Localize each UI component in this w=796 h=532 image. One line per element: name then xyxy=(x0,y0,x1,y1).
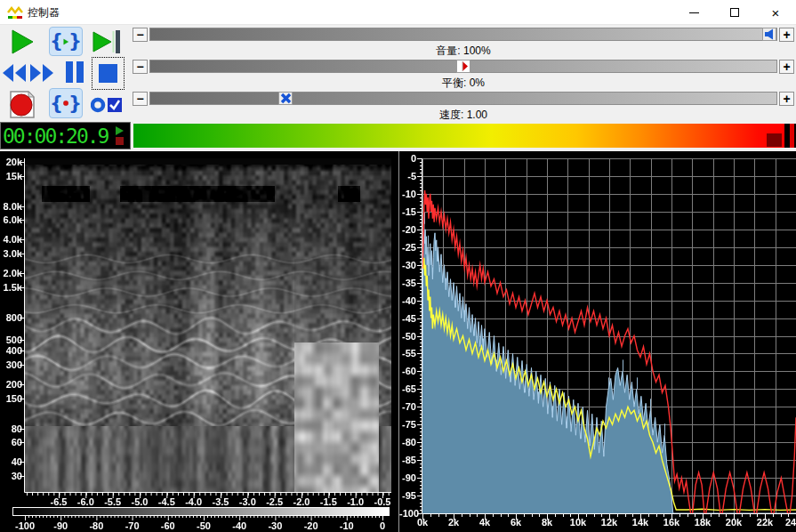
khz-tick-label: 18k xyxy=(688,517,717,528)
time-tick-label: -2.5 xyxy=(261,496,289,507)
freq-tick-label: 60 xyxy=(0,437,22,447)
play-selection-button[interactable]: { } xyxy=(49,27,83,56)
db-tick-label: -55 xyxy=(399,348,416,359)
freq-tick-label: 30 xyxy=(0,471,22,481)
slider-panel: − + 音量: 100% − + 平衡: 0% xyxy=(131,25,796,120)
time-tick-label: -6.0 xyxy=(71,496,100,507)
balance-slider-thumb[interactable] xyxy=(456,60,470,73)
colorbar-tick-label: -100 xyxy=(9,520,41,531)
spectrogram-canvas xyxy=(0,151,398,532)
volume-decrease-button[interactable]: − xyxy=(133,28,148,42)
maximize-button[interactable] xyxy=(714,0,755,25)
minimize-icon xyxy=(689,12,699,13)
db-tick-label: -35 xyxy=(399,278,416,288)
time-tick-label: -6.5 xyxy=(44,496,73,507)
khz-tick-label: 4k xyxy=(470,517,499,528)
freq-tick-label: 4.0k xyxy=(0,234,22,245)
volume-increase-button[interactable]: + xyxy=(779,28,794,42)
spectrogram-panel: 20k15k8.0k6.0k4.0k3.0k2.0k1.5k8005004003… xyxy=(0,151,398,532)
control-panel: { } xyxy=(0,25,796,120)
minimize-button[interactable] xyxy=(673,0,714,25)
freq-tick-label: 500 xyxy=(0,335,22,345)
balance-increase-button[interactable]: + xyxy=(779,60,794,74)
db-tick-label: -50 xyxy=(399,331,416,342)
level-meter-peak-marker xyxy=(767,133,782,147)
speed-slider-track[interactable] xyxy=(149,92,777,105)
freq-tick-label: 3.0k xyxy=(0,248,22,259)
speed-slider-thumb[interactable] xyxy=(278,92,293,105)
play-button[interactable] xyxy=(8,28,36,55)
record-selection-button[interactable]: { } xyxy=(49,88,83,118)
freq-tick-label: 2.0k xyxy=(0,268,22,278)
stop-button[interactable] xyxy=(92,57,125,90)
freq-tick-label: 800 xyxy=(0,312,22,323)
stop-icon xyxy=(99,64,117,83)
transport-buttons: { } xyxy=(0,25,131,120)
db-tick-label: -60 xyxy=(399,366,416,376)
colorbar-tick-label: -20 xyxy=(295,520,327,531)
colorbar-tick-label: -30 xyxy=(259,520,291,531)
time-tick-label: -3.5 xyxy=(206,496,235,507)
khz-tick-label: 8k xyxy=(533,517,561,528)
fast-forward-button[interactable] xyxy=(28,62,57,84)
freq-tick-label: 40 xyxy=(0,456,22,467)
time-tick-label: -0.5 xyxy=(368,496,397,507)
db-tick-label: -65 xyxy=(399,383,416,394)
db-tick-label: -15 xyxy=(399,206,416,217)
record-options-button[interactable] xyxy=(90,95,124,115)
play-icon xyxy=(9,28,36,55)
spectrum-panel: 0-5-10-15-20-25-30-35-40-45-50-55-60-65-… xyxy=(398,151,796,532)
db-tick-label: -80 xyxy=(399,437,416,447)
window-title: 控制器 xyxy=(28,0,60,25)
speed-slider-row: − + 速度: 1.00 xyxy=(131,92,796,124)
freq-tick-label: 300 xyxy=(0,359,22,370)
time-tick-label: -5.0 xyxy=(125,496,154,507)
rewind-button[interactable] xyxy=(1,62,29,84)
record-button[interactable] xyxy=(7,90,36,118)
db-tick-label: -30 xyxy=(399,260,416,270)
db-tick-label: -95 xyxy=(399,490,416,501)
freq-tick-label: 400 xyxy=(0,345,22,356)
khz-tick-label: 10k xyxy=(564,517,592,528)
time-tick-label: -2.0 xyxy=(287,496,316,507)
level-meter-end-marker xyxy=(790,124,794,148)
x-marker-icon xyxy=(280,93,292,104)
db-tick-label: -90 xyxy=(399,472,416,483)
db-tick-label: 0 xyxy=(399,153,416,164)
khz-tick-label: 24 xyxy=(782,517,796,528)
time-tick-label: -1.0 xyxy=(342,496,370,507)
colorbar-tick-label: -80 xyxy=(80,520,112,531)
play-to-end-button[interactable] xyxy=(90,28,124,55)
app-waveform-icon xyxy=(7,5,23,20)
balance-slider-track[interactable] xyxy=(149,60,777,73)
volume-slider-row: − + 音量: 100% xyxy=(131,28,796,60)
volume-label: 音量: 100% xyxy=(131,44,796,59)
freq-tick-label: 6.0k xyxy=(0,214,22,225)
pause-icon xyxy=(63,60,86,85)
play-to-end-icon xyxy=(91,28,123,55)
speed-decrease-button[interactable]: − xyxy=(133,92,148,106)
time-tick-label: -4.0 xyxy=(180,496,208,507)
time-tick-label: -3.0 xyxy=(233,496,261,507)
freq-tick-label: 1.5k xyxy=(0,282,22,293)
db-tick-label: -40 xyxy=(399,295,416,306)
pause-button[interactable] xyxy=(62,59,87,85)
record-icon xyxy=(8,91,36,118)
volume-slider-thumb[interactable] xyxy=(762,28,776,41)
db-tick-label: -25 xyxy=(399,242,416,253)
db-tick-label: -5 xyxy=(399,171,416,181)
close-button[interactable]: × xyxy=(755,0,796,25)
record-state-icon xyxy=(116,137,124,145)
speed-increase-button[interactable]: + xyxy=(779,92,794,106)
db-tick-label: -45 xyxy=(399,313,416,324)
balance-decrease-button[interactable]: − xyxy=(133,60,148,74)
colorbar-tick-label: -60 xyxy=(152,520,184,531)
time-value: 00:00:20.9 xyxy=(3,125,108,148)
freq-tick-label: 15k xyxy=(0,171,22,181)
freq-tick-label: 80 xyxy=(0,423,22,434)
spectrum-canvas xyxy=(399,151,796,532)
khz-tick-label: 12k xyxy=(595,517,623,528)
playing-state-icon xyxy=(116,126,124,135)
khz-tick-label: 6k xyxy=(502,517,530,528)
volume-slider-track[interactable] xyxy=(149,28,777,41)
